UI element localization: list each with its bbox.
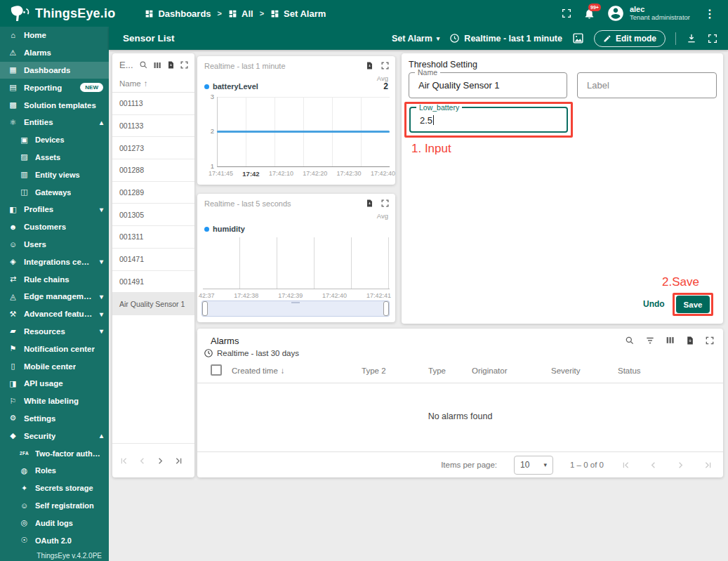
dashboard-state-select[interactable]: Set Alarm ▾ — [392, 34, 439, 44]
sidebar-item-advanced-features[interactable]: ⚒Advanced features▾ — [0, 305, 109, 323]
fullscreen-icon[interactable] — [180, 60, 189, 70]
prev-page-icon[interactable] — [137, 456, 147, 466]
fullscreen-icon[interactable] — [707, 33, 718, 44]
column-type[interactable]: Type — [428, 367, 446, 375]
list-item[interactable]: 001133 — [112, 115, 194, 138]
sidebar-item-white-labeling[interactable]: ⚐White labeling — [0, 392, 109, 410]
breadcrumb-set-alarm[interactable]: Set Alarm — [270, 8, 326, 19]
sidebar-item-entities[interactable]: ⚛Entities▴ — [0, 114, 109, 131]
sidebar-item-settings[interactable]: ⚙Settings — [0, 410, 109, 428]
sidebar-item-reporting[interactable]: ▤ReportingNEW — [0, 79, 109, 96]
entity-list-title: E... — [119, 60, 133, 70]
last-page-icon[interactable] — [703, 460, 713, 470]
breadcrumb-dashboards[interactable]: Dashboards — [145, 8, 211, 19]
image-export-icon[interactable] — [572, 32, 584, 44]
sidebar-item-profiles[interactable]: ◧Profiles▾ — [0, 201, 109, 218]
fullscreen-icon[interactable] — [705, 336, 715, 345]
entity-name-column-header[interactable]: Name ↑ — [112, 74, 194, 93]
list-item[interactable]: 001491 — [112, 271, 194, 293]
sidebar-item-rule-chains[interactable]: ⇄Rule chains — [0, 270, 109, 288]
sidebar-item-integrations-center[interactable]: ◈Integrations center▾ — [0, 253, 109, 270]
sidebar-item-solution-templates[interactable]: ▩Solution templates — [0, 96, 109, 114]
legend-humidity[interactable]: humidity — [204, 225, 245, 233]
download-icon[interactable] — [686, 33, 697, 44]
chart-zoom-scrollbar[interactable] — [201, 301, 390, 317]
search-icon[interactable] — [139, 60, 148, 70]
save-button[interactable]: Save — [676, 296, 710, 313]
sidebar-item-security[interactable]: ◆Security▴ — [0, 427, 109, 444]
select-all-checkbox[interactable] — [211, 364, 222, 376]
list-item[interactable]: 001289 — [112, 182, 194, 204]
sidebar-item-oauth[interactable]: ☉OAuth 2.0 — [0, 532, 109, 549]
sidebar-item-edge-management[interactable]: ◬Edge management▾ — [0, 288, 109, 305]
column-created-time[interactable]: Created time ↓ — [232, 367, 285, 375]
list-item[interactable]: 001305 — [112, 204, 194, 226]
last-page-icon[interactable] — [173, 456, 184, 466]
sidebar-item-two-factor[interactable]: 2FATwo-factor authenticati... — [0, 444, 109, 462]
alarms-timewindow-button[interactable]: Realtime - last 30 days — [204, 348, 299, 358]
list-item[interactable]: 001288 — [112, 159, 194, 182]
sidebar-item-users[interactable]: ☺Users — [0, 236, 109, 253]
sidebar-item-gateways[interactable]: ◫Gateways — [0, 183, 109, 201]
notifications-bell-icon[interactable]: 99+ — [583, 8, 595, 20]
scrollbar-left-handle[interactable] — [202, 301, 208, 316]
sidebar-item-alarms[interactable]: ⚠Alarms — [0, 44, 109, 62]
kebab-menu-icon[interactable]: ⋮ — [701, 7, 718, 20]
fullscreen-icon[interactable] — [380, 199, 390, 208]
sidebar-item-audit-logs[interactable]: ◎Audit logs — [0, 514, 109, 532]
timewindow-button[interactable]: Realtime - last 1 minute — [449, 33, 562, 44]
list-item[interactable]: 001311 — [112, 226, 194, 249]
column-status[interactable]: Status — [618, 367, 641, 375]
export-file-icon[interactable] — [365, 199, 373, 208]
edit-mode-button[interactable]: Edit mode — [594, 30, 666, 47]
list-item-selected[interactable]: Air Quality Sensor 1 — [112, 293, 194, 315]
fullscreen-icon[interactable] — [561, 8, 572, 19]
low-battery-field[interactable]: Low_battery 2.5 — [409, 107, 568, 133]
sidebar-item-entity-views[interactable]: ▥Entity views — [0, 166, 109, 183]
scrollbar-right-handle[interactable] — [383, 301, 389, 316]
user-menu[interactable]: alec Tenant administrator — [607, 4, 690, 22]
name-field[interactable]: Name Air Quality Sensor 1 — [409, 72, 567, 98]
first-page-icon[interactable] — [621, 460, 631, 470]
sidebar-item-secrets-storage[interactable]: ✦Secrets storage — [0, 480, 109, 497]
dashboard-grid-icon — [228, 9, 237, 18]
columns-icon[interactable] — [153, 61, 161, 70]
sidebar-item-home[interactable]: ⌂Home — [0, 27, 109, 44]
search-icon[interactable] — [625, 336, 635, 345]
first-page-icon[interactable] — [119, 456, 129, 466]
list-item[interactable]: 001471 — [112, 249, 194, 271]
solution-templates-icon: ▩ — [8, 100, 18, 110]
sidebar-item-resources[interactable]: ▰Resources▾ — [0, 323, 109, 341]
logo[interactable]: ThingsEye.io — [10, 5, 115, 22]
fullscreen-icon[interactable] — [380, 61, 390, 70]
export-file-icon[interactable] — [365, 61, 373, 70]
list-item[interactable]: 001113 — [112, 93, 194, 115]
sidebar-item-assets[interactable]: ▨Assets — [0, 149, 109, 166]
column-severity[interactable]: Severity — [551, 367, 581, 375]
self-registration-icon: ☺ — [19, 501, 29, 510]
sidebar-item-self-registration[interactable]: ☺Self registration — [0, 497, 109, 515]
sidebar-item-dashboards[interactable]: ▦Dashboards — [0, 62, 109, 79]
export-file-icon[interactable] — [685, 336, 694, 345]
next-page-icon[interactable] — [675, 460, 686, 470]
sidebar-item-roles[interactable]: ◍Roles — [0, 462, 109, 480]
export-file-icon[interactable] — [166, 60, 175, 70]
breadcrumb-all[interactable]: All — [228, 8, 253, 19]
undo-button[interactable]: Undo — [643, 299, 665, 309]
column-originator[interactable]: Originator — [472, 367, 508, 375]
list-item[interactable]: 001273 — [112, 137, 194, 159]
sidebar-item-customers[interactable]: ☻Customers — [0, 218, 109, 236]
humidity-plot-area[interactable] — [203, 237, 390, 289]
label-field[interactable]: Label — [577, 72, 717, 98]
sidebar-item-api-usage[interactable]: ◨API usage — [0, 375, 109, 392]
column-type-2[interactable]: Type 2 — [362, 367, 386, 375]
sidebar-item-mobile-center[interactable]: ▯Mobile center — [0, 357, 109, 375]
items-per-page-select[interactable]: 10 ▾ — [514, 456, 553, 475]
prev-page-icon[interactable] — [648, 460, 658, 470]
next-page-icon[interactable] — [155, 456, 166, 466]
filter-icon[interactable] — [645, 336, 655, 345]
legend-batteryLevel[interactable]: batteryLevel — [204, 82, 258, 91]
columns-icon[interactable] — [666, 336, 675, 345]
sidebar-item-devices[interactable]: ▣Devices — [0, 131, 109, 149]
sidebar-item-notification-center[interactable]: ⚑Notification center — [0, 340, 109, 357]
